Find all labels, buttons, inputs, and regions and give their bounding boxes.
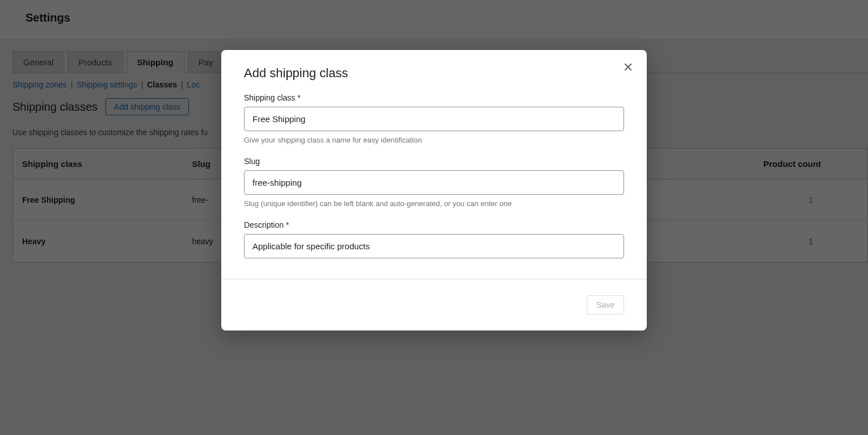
- add-shipping-class-modal: Add shipping class ✕ Shipping class * Gi…: [221, 50, 647, 331]
- modal-body: Shipping class * Give your shipping clas…: [221, 86, 647, 279]
- hint-slug: Slug (unique identifier) can be left bla…: [244, 199, 624, 208]
- modal-header: Add shipping class ✕: [221, 50, 647, 86]
- slug-input[interactable]: [244, 170, 624, 195]
- hint-shipping-class: Give your shipping class a name for easy…: [244, 136, 624, 144]
- label-shipping-class: Shipping class *: [244, 93, 624, 102]
- close-icon: ✕: [623, 60, 633, 74]
- shipping-class-input[interactable]: [244, 107, 624, 131]
- field-description: Description *: [244, 220, 624, 258]
- save-button[interactable]: Save: [587, 295, 624, 315]
- field-slug: Slug Slug (unique identifier) can be lef…: [244, 157, 624, 208]
- label-description: Description *: [244, 220, 624, 229]
- modal-title: Add shipping class: [244, 66, 624, 81]
- modal-footer: Save: [221, 279, 647, 331]
- field-shipping-class: Shipping class * Give your shipping clas…: [244, 93, 624, 144]
- description-input[interactable]: [244, 234, 624, 258]
- close-button[interactable]: ✕: [623, 61, 633, 74]
- label-slug: Slug: [244, 157, 624, 166]
- modal-overlay[interactable]: Add shipping class ✕ Shipping class * Gi…: [0, 0, 868, 435]
